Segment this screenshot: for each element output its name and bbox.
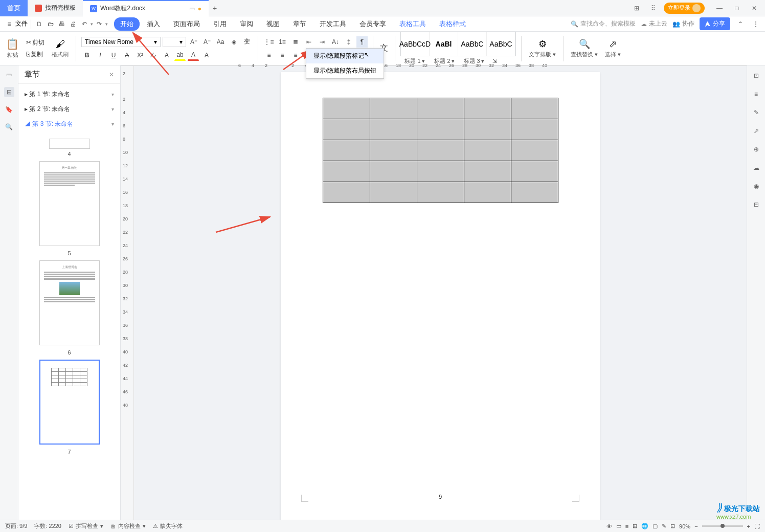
show-hide-layout-btn-item[interactable]: 显示/隐藏段落布局按钮 [306, 63, 384, 78]
italic-button[interactable]: I [95, 50, 106, 61]
section-item[interactable]: ▸ 第 1 节: 未命名▾ [18, 87, 120, 102]
decrease-indent-button[interactable]: ⇤ [303, 36, 314, 48]
menu-icon[interactable]: ≡ [4, 19, 14, 29]
bold-button[interactable]: B [81, 50, 93, 61]
file-menu[interactable]: 文件 [15, 19, 28, 28]
increase-indent-button[interactable]: ⇥ [317, 36, 328, 48]
style-heading1[interactable]: AaBl [430, 32, 458, 56]
content-check-status[interactable]: 🗎内容检查 ▾ [110, 522, 146, 530]
maximize-button[interactable]: □ [731, 3, 742, 14]
tab-menu-icon[interactable]: ▭ [189, 5, 195, 12]
tab-review[interactable]: 审阅 [234, 17, 259, 31]
zoom-out-button[interactable]: − [694, 523, 698, 529]
show-marks-button[interactable]: ¶ [356, 36, 368, 48]
spellcheck-status[interactable]: ☑拼写检查 ▾ [69, 522, 103, 530]
select-group[interactable]: ⬀ 选择 ▾ [603, 38, 623, 58]
line-spacing-button[interactable]: ‡ [343, 36, 354, 48]
brush-icon[interactable]: ✎ [751, 107, 761, 118]
collapse-ribbon-icon[interactable]: ⌃ [735, 19, 746, 29]
text-layout-group[interactable]: ⚙ 文字排版 ▾ [527, 38, 558, 58]
bookmark-icon[interactable]: 🔖 [4, 104, 14, 115]
task-pane-icon[interactable]: ⊡ [751, 71, 761, 81]
cloud-status[interactable]: ☁ 未上云 [641, 19, 667, 28]
template-tab[interactable]: 找稻壳模板 [28, 0, 83, 16]
print-icon[interactable]: 🖨 [68, 19, 78, 29]
page-thumbnail[interactable]: 上海世博会 [39, 260, 100, 345]
section-item-active[interactable]: ◢ 第 3 节: 未命名▾ [18, 117, 120, 131]
undo-icon[interactable]: ↶ [79, 19, 89, 29]
paste-icon[interactable]: 📋 [6, 38, 19, 50]
view-web-icon[interactable]: ⊞ [633, 523, 637, 529]
document-canvas[interactable]: 9 [134, 66, 747, 528]
tab-view[interactable]: 视图 [260, 17, 286, 31]
align-left-button[interactable]: ≡ [263, 50, 275, 61]
increase-font-icon[interactable]: A⁺ [188, 36, 199, 48]
horizontal-ruler[interactable]: 642 246 81012 141618 202224 262830 32343… [121, 65, 747, 66]
underline-button[interactable]: U [108, 50, 119, 61]
tab-table-tools[interactable]: 表格工具 [393, 17, 432, 31]
phonetic-icon[interactable]: 变 [241, 36, 253, 48]
view-read-icon[interactable]: 🌐 [641, 523, 648, 529]
close-button[interactable]: ✕ [749, 3, 760, 14]
focus-mode-icon[interactable]: ▢ [652, 523, 658, 529]
redo-icon[interactable]: ↷ [94, 19, 104, 29]
open-icon[interactable]: 🗁 [46, 19, 56, 29]
tab-dev[interactable]: 开发工具 [313, 17, 352, 31]
style-gallery[interactable]: AaBbCcD AaBl AaBbC AaBbC [400, 32, 516, 56]
page-thumbnail[interactable]: 第一章 绪论 [39, 161, 100, 246]
section-item[interactable]: ▸ 第 2 节: 未命名▾ [18, 102, 120, 117]
save-icon[interactable]: 🖶 [57, 19, 67, 29]
highlight-button[interactable]: ab [174, 50, 186, 61]
numbering-button[interactable]: 1≡ [277, 36, 288, 48]
page-indicator[interactable]: 页面: 9/9 [5, 522, 27, 530]
layout-icon[interactable]: ⊞ [631, 3, 642, 14]
cloud-pane-icon[interactable]: ☁ [751, 163, 761, 173]
pen-mode-icon[interactable]: ✎ [662, 523, 666, 529]
sections-icon[interactable]: ⊟ [4, 87, 14, 97]
multilevel-button[interactable]: ≣ [290, 36, 301, 48]
zoom-level[interactable]: 90% [679, 523, 690, 529]
font-color-button[interactable]: A [188, 50, 199, 61]
page-thumbnail-active[interactable] [39, 360, 100, 445]
document-tab[interactable]: W Word教程2.docx ▭ ● [83, 0, 209, 16]
show-hide-marks-item[interactable]: 显示/隐藏段落标记 [306, 49, 384, 63]
minimize-button[interactable]: — [714, 3, 725, 14]
search-box[interactable]: 🔍 查找命令、搜索模板 [571, 19, 636, 28]
zoom-fit-icon[interactable]: ⊡ [670, 523, 675, 529]
find-replace-group[interactable]: 🔍 查找替换 ▾ [569, 38, 600, 58]
tab-reference[interactable]: 引用 [207, 17, 233, 31]
fullscreen-icon[interactable]: ⛶ [754, 523, 760, 529]
char-shading-button[interactable]: A [201, 50, 212, 61]
search-rail-icon[interactable]: 🔍 [4, 122, 14, 132]
sort-button[interactable]: A↓ [330, 36, 341, 48]
missing-fonts-status[interactable]: ⚠缺失字体 [153, 522, 183, 530]
more-icon[interactable]: ⋮ [751, 19, 761, 29]
heading2-label[interactable]: 标题 2 ▾ [430, 57, 459, 65]
style-heading2[interactable]: AaBbC [458, 32, 487, 56]
properties-icon[interactable]: ≡ [751, 89, 761, 99]
new-icon[interactable]: 🗋 [34, 19, 44, 29]
decrease-font-icon[interactable]: A⁻ [201, 36, 213, 48]
zoom-in-button[interactable]: + [747, 523, 750, 529]
apps-icon[interactable]: ⠿ [647, 3, 659, 14]
document-table[interactable] [323, 98, 558, 203]
home-tab[interactable]: 首页 [0, 0, 28, 16]
style-heading3[interactable]: AaBbC [487, 32, 515, 56]
clear-format-icon[interactable]: ◈ [228, 36, 239, 48]
share-button[interactable]: ⮝ 分享 [700, 17, 730, 30]
sidebar-close-button[interactable]: ✕ [109, 71, 114, 78]
word-count[interactable]: 字数: 2220 [34, 522, 61, 530]
view-page-icon[interactable]: ▭ [616, 523, 621, 529]
collaborate-button[interactable]: 👥 协作 [672, 19, 694, 28]
help-icon[interactable]: ◉ [751, 181, 761, 191]
arrow-icon[interactable]: ⬀ [751, 126, 761, 136]
vertical-ruler[interactable]: 22 46 810 1214 1618 2022 2426 2830 3234 … [121, 66, 134, 528]
style-normal[interactable]: AaBbCcD [401, 32, 430, 56]
reading-mode-icon[interactable]: 👁 [606, 523, 612, 529]
new-tab-button[interactable]: + [209, 4, 221, 12]
login-button[interactable]: 立即登录 [664, 3, 705, 14]
copy-button[interactable]: ⎘复制 [24, 49, 47, 60]
panel-icon[interactable]: ⊟ [751, 199, 761, 210]
tab-table-style[interactable]: 表格样式 [433, 17, 472, 31]
cut-button[interactable]: ✂剪切 [24, 37, 47, 48]
